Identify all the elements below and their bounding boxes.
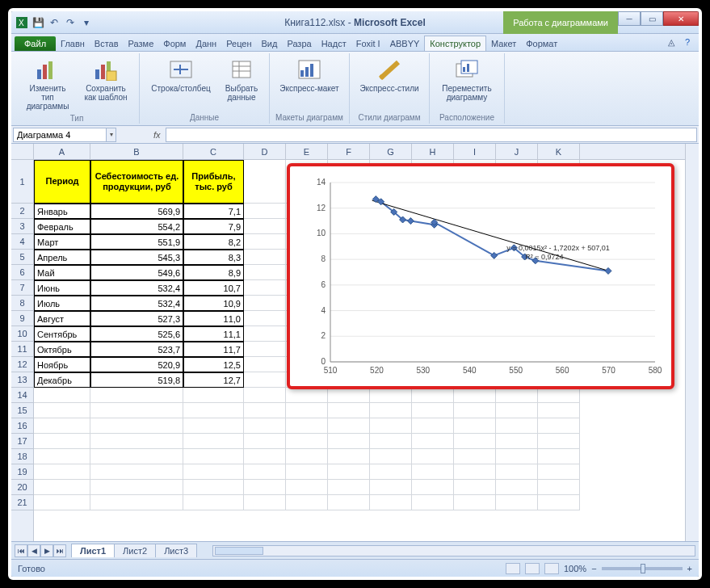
cell[interactable]: [90, 388, 183, 403]
close-button[interactable]: ✕: [663, 11, 699, 26]
cell[interactable]: [538, 434, 580, 449]
tab-Рецен[interactable]: Рецен: [221, 36, 256, 51]
cell[interactable]: [454, 449, 496, 464]
cell[interactable]: [244, 464, 286, 480]
cell[interactable]: [244, 326, 286, 342]
cell[interactable]: [286, 480, 328, 495]
cell[interactable]: [183, 403, 244, 418]
cell[interactable]: [328, 403, 370, 418]
tab-layout[interactable]: Макет: [486, 36, 521, 51]
cell[interactable]: [183, 434, 244, 449]
cell[interactable]: Себестоимость ед. продукции, руб: [90, 160, 183, 204]
quick-layout-button[interactable]: Экспресс-макет: [275, 55, 344, 94]
cell[interactable]: [244, 219, 286, 234]
cell[interactable]: [34, 495, 90, 510]
cell[interactable]: [328, 495, 370, 510]
cell[interactable]: [34, 434, 90, 449]
cell[interactable]: [496, 388, 538, 403]
cell[interactable]: [244, 357, 286, 372]
row-header-10[interactable]: 10: [11, 326, 33, 342]
cell[interactable]: [90, 449, 183, 464]
minimize-ribbon-icon[interactable]: ◬: [665, 36, 678, 48]
row-header-11[interactable]: 11: [11, 342, 33, 357]
cell[interactable]: 523,7: [90, 342, 183, 357]
cell[interactable]: 11,1: [183, 326, 244, 342]
cell[interactable]: [90, 480, 183, 495]
col-header-F[interactable]: F: [328, 144, 370, 159]
cell[interactable]: 10,9: [183, 296, 244, 311]
tab-Данн[interactable]: Данн: [191, 36, 221, 51]
cell[interactable]: 551,9: [90, 234, 183, 250]
cell[interactable]: 8,3: [183, 250, 244, 265]
cell[interactable]: [370, 449, 412, 464]
cell[interactable]: [370, 495, 412, 510]
col-header-J[interactable]: J: [496, 144, 538, 159]
fx-icon[interactable]: fx: [149, 130, 166, 140]
cell[interactable]: 532,4: [90, 296, 183, 311]
row-header-17[interactable]: 17: [11, 434, 33, 449]
cell[interactable]: [328, 388, 370, 403]
col-header-G[interactable]: G: [370, 144, 412, 159]
cell[interactable]: [538, 464, 580, 480]
cell[interactable]: [244, 449, 286, 464]
cell[interactable]: [328, 418, 370, 434]
cell[interactable]: [496, 464, 538, 480]
cell[interactable]: [370, 418, 412, 434]
cell[interactable]: [34, 464, 90, 480]
tab-constructor[interactable]: Конструктор: [424, 36, 486, 51]
cell[interactable]: [412, 495, 454, 510]
row-header-21[interactable]: 21: [11, 495, 33, 510]
tab-Разра[interactable]: Разра: [282, 36, 316, 51]
cell[interactable]: 10,7: [183, 280, 244, 296]
row-header-16[interactable]: 16: [11, 418, 33, 434]
col-header-B[interactable]: B: [90, 144, 183, 159]
cell[interactable]: [286, 449, 328, 464]
row-header-6[interactable]: 6: [11, 265, 33, 280]
cell[interactable]: [328, 464, 370, 480]
cell[interactable]: [183, 418, 244, 434]
cell[interactable]: [538, 449, 580, 464]
cell[interactable]: 519,8: [90, 372, 183, 388]
cell[interactable]: [454, 403, 496, 418]
col-header-I[interactable]: I: [454, 144, 496, 159]
sheet-tab-Лист2[interactable]: Лист2: [114, 544, 156, 557]
cell[interactable]: 525,6: [90, 326, 183, 342]
horizontal-scrollbar[interactable]: [212, 545, 695, 556]
cell[interactable]: [286, 403, 328, 418]
cell[interactable]: [244, 265, 286, 280]
quick-styles-button[interactable]: Экспресс-стили: [355, 55, 424, 94]
cell[interactable]: [286, 418, 328, 434]
sheet-tab-Лист3[interactable]: Лист3: [155, 544, 197, 557]
qat-dropdown-icon[interactable]: ▾: [79, 15, 94, 30]
cell[interactable]: [496, 480, 538, 495]
row-header-7[interactable]: 7: [11, 280, 33, 296]
save-icon[interactable]: 💾: [31, 15, 45, 30]
tab-Главн[interactable]: Главн: [56, 36, 90, 51]
sheet-nav-next[interactable]: ▶: [40, 544, 53, 557]
cell[interactable]: Июль: [34, 296, 90, 311]
row-header-15[interactable]: 15: [11, 403, 33, 418]
cell[interactable]: [454, 388, 496, 403]
cell[interactable]: [183, 388, 244, 403]
cell[interactable]: Апрель: [34, 250, 90, 265]
cell[interactable]: [412, 388, 454, 403]
cell[interactable]: [183, 449, 244, 464]
row-header-1[interactable]: 1: [11, 160, 33, 204]
cell[interactable]: Август: [34, 311, 90, 326]
view-break-button[interactable]: [544, 563, 559, 574]
cell[interactable]: 549,6: [90, 265, 183, 280]
cell[interactable]: Октябрь: [34, 342, 90, 357]
cell[interactable]: 7,1: [183, 204, 244, 219]
cell[interactable]: 569,9: [90, 204, 183, 219]
tab-Foxit I[interactable]: Foxit I: [351, 36, 385, 51]
file-tab[interactable]: Файл: [15, 36, 56, 51]
tab-ABBYY[interactable]: ABBYY: [385, 36, 425, 51]
cell[interactable]: [286, 434, 328, 449]
row-header-13[interactable]: 13: [11, 372, 33, 388]
cell[interactable]: [244, 250, 286, 265]
zoom-out-button[interactable]: −: [591, 564, 596, 573]
name-box-dropdown[interactable]: ▾: [107, 128, 116, 142]
cell[interactable]: [454, 464, 496, 480]
sheet-nav-first[interactable]: ⏮: [15, 544, 27, 557]
cell[interactable]: [496, 418, 538, 434]
